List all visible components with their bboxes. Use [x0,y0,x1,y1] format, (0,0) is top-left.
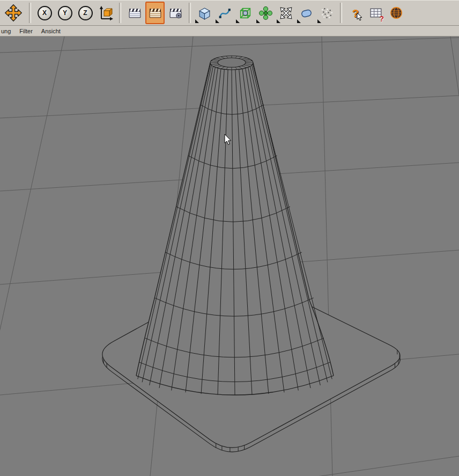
z-axis-icon: Z [78,6,93,20]
add-spline-object-button[interactable] [215,2,234,24]
menu-item-filter[interactable]: Filter [19,28,32,34]
toolbar-separator [119,3,121,23]
menu-item-ansicht[interactable]: Ansicht [41,28,61,34]
traffic-cone-wireframe [136,56,334,395]
render-settings-button[interactable] [166,2,185,24]
spline-icon [218,6,232,20]
render-view-icon [128,6,142,20]
menu-item-truncated[interactable]: ung [1,28,11,34]
add-environment-object-button[interactable] [297,2,316,24]
y-axis-icon: Y [58,6,72,20]
command-reference-button[interactable]: ? [366,2,386,24]
toolbar-separator [29,3,31,23]
cube-icon [197,6,212,20]
toolbar-separator [340,3,342,23]
red-question-mark-icon: ? [379,15,384,23]
render-picture-viewer-button[interactable] [145,2,165,24]
y-axis-label: Y [63,7,67,19]
cone-top-rim-inner [218,58,246,68]
x-axis-icon: X [38,6,52,20]
context-help-button[interactable]: ? [346,2,365,24]
lock-z-axis-button[interactable]: Z [76,2,95,24]
deformer-arrows-icon [279,6,293,20]
render-settings-icon [168,6,183,20]
lock-y-axis-button[interactable]: Y [55,2,75,24]
particles-icon [320,6,334,20]
add-deformer-object-button[interactable] [276,2,295,24]
main-toolbar: X Y Z [0,0,459,26]
lock-x-axis-button[interactable]: X [35,2,54,24]
add-array-object-button[interactable] [256,2,275,24]
environment-icon [299,6,314,20]
add-particles-object-button[interactable] [317,2,336,24]
move-tool-icon [4,3,23,23]
array-icon [258,6,273,20]
render-view-button[interactable] [125,2,144,24]
toolbar-separator [189,3,191,23]
move-tool-button[interactable] [2,2,25,24]
globe-icon [389,5,404,20]
add-nurbs-object-button[interactable] [235,2,255,24]
add-cube-object-button[interactable] [195,2,214,24]
cone-body [136,56,334,395]
nurbs-cage-icon [238,6,253,20]
cursor-icon [357,12,363,21]
x-axis-label: X [42,7,47,19]
viewport-menubar: ung Filter Ansicht [0,26,459,36]
viewport-canvas[interactable] [0,36,459,476]
render-picture-viewer-icon [148,6,162,20]
z-axis-label: Z [83,7,87,19]
viewport-3d[interactable] [0,36,459,476]
coordinate-system-icon [98,5,114,21]
coordinate-system-button[interactable] [96,2,115,24]
online-help-button[interactable] [387,2,406,24]
